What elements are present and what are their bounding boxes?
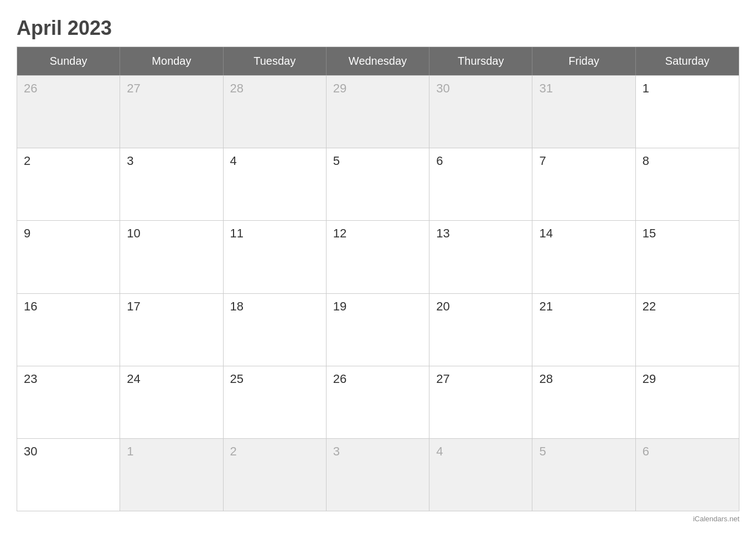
calendar-cell[interactable]: 29 xyxy=(327,76,429,148)
calendar-header: SundayMondayTuesdayWednesdayThursdayFrid… xyxy=(17,47,739,75)
day-number: 28 xyxy=(539,372,552,386)
calendar-cell[interactable]: 12 xyxy=(327,221,429,293)
day-number: 3 xyxy=(127,154,133,168)
calendar-cell[interactable]: 2 xyxy=(17,148,120,220)
calendar-cell[interactable]: 30 xyxy=(429,76,532,148)
header-day-sunday: Sunday xyxy=(17,47,120,75)
day-number: 4 xyxy=(436,444,443,458)
day-number: 27 xyxy=(436,372,449,386)
day-number: 10 xyxy=(127,226,140,240)
calendar-cell[interactable]: 28 xyxy=(532,366,635,438)
calendar-cell[interactable]: 3 xyxy=(120,148,223,220)
day-number: 9 xyxy=(24,226,30,240)
calendar-cell[interactable]: 3 xyxy=(327,439,429,511)
day-number: 19 xyxy=(333,299,346,313)
week-row-4: 16171819202122 xyxy=(17,293,739,366)
calendar-cell[interactable]: 25 xyxy=(224,366,327,438)
calendar-cell[interactable]: 6 xyxy=(429,148,532,220)
day-number: 17 xyxy=(127,299,140,313)
day-number: 14 xyxy=(539,226,552,240)
calendar-cell[interactable]: 14 xyxy=(532,221,635,293)
day-number: 2 xyxy=(24,154,30,168)
day-number: 26 xyxy=(333,372,346,386)
calendar-cell[interactable]: 1 xyxy=(120,439,223,511)
day-number: 15 xyxy=(643,226,656,240)
calendar-cell[interactable]: 5 xyxy=(532,439,635,511)
day-number: 4 xyxy=(230,154,237,168)
calendar-cell[interactable]: 17 xyxy=(120,294,223,366)
calendar-cell[interactable]: 20 xyxy=(429,294,532,366)
calendar-cell[interactable]: 2 xyxy=(224,439,327,511)
day-number: 5 xyxy=(539,444,546,458)
calendar-cell[interactable]: 6 xyxy=(636,439,739,511)
day-number: 11 xyxy=(230,226,244,240)
day-number: 3 xyxy=(333,444,340,458)
calendar-cell[interactable]: 11 xyxy=(224,221,327,293)
calendar-body: 2627282930311234567891011121314151617181… xyxy=(17,75,739,511)
calendar-cell[interactable]: 19 xyxy=(327,294,429,366)
calendar-cell[interactable]: 1 xyxy=(636,76,739,148)
calendar-cell[interactable]: 4 xyxy=(429,439,532,511)
day-number: 22 xyxy=(643,299,656,313)
calendar-cell[interactable]: 31 xyxy=(532,76,635,148)
footer: iCalendars.net xyxy=(17,511,739,523)
calendar-cell[interactable]: 15 xyxy=(636,221,739,293)
calendar-cell[interactable]: 9 xyxy=(17,221,120,293)
week-row-1: 2627282930311 xyxy=(17,75,739,148)
calendar-cell[interactable]: 8 xyxy=(636,148,739,220)
calendar-cell[interactable]: 27 xyxy=(120,76,223,148)
day-number: 6 xyxy=(643,444,649,458)
day-number: 21 xyxy=(539,299,552,313)
header-day-tuesday: Tuesday xyxy=(224,47,327,75)
day-number: 25 xyxy=(230,372,244,386)
calendar-cell[interactable]: 26 xyxy=(327,366,429,438)
day-number: 29 xyxy=(333,81,346,95)
calendar-cell[interactable]: 10 xyxy=(120,221,223,293)
day-number: 13 xyxy=(436,226,449,240)
day-number: 1 xyxy=(643,81,649,95)
day-number: 31 xyxy=(539,81,552,95)
day-number: 26 xyxy=(24,81,37,95)
day-number: 5 xyxy=(333,154,340,168)
calendar-cell[interactable]: 4 xyxy=(224,148,327,220)
day-number: 7 xyxy=(539,154,546,168)
day-number: 29 xyxy=(643,372,656,386)
calendar-cell[interactable]: 23 xyxy=(17,366,120,438)
header-day-thursday: Thursday xyxy=(429,47,532,75)
header-day-friday: Friday xyxy=(532,47,635,75)
calendar-cell[interactable]: 27 xyxy=(429,366,532,438)
calendar-cell[interactable]: 29 xyxy=(636,366,739,438)
day-number: 30 xyxy=(24,444,37,458)
day-number: 27 xyxy=(127,81,140,95)
calendar-cell[interactable]: 18 xyxy=(224,294,327,366)
calendar: SundayMondayTuesdayWednesdayThursdayFrid… xyxy=(17,46,739,511)
calendar-cell[interactable]: 7 xyxy=(532,148,635,220)
calendar-cell[interactable]: 24 xyxy=(120,366,223,438)
day-number: 20 xyxy=(436,299,449,313)
day-number: 6 xyxy=(436,154,443,168)
header-day-monday: Monday xyxy=(120,47,223,75)
day-number: 8 xyxy=(643,154,649,168)
calendar-cell[interactable]: 26 xyxy=(17,76,120,148)
day-number: 18 xyxy=(230,299,244,313)
day-number: 1 xyxy=(127,444,133,458)
calendar-cell[interactable]: 22 xyxy=(636,294,739,366)
week-row-5: 23242526272829 xyxy=(17,366,739,438)
calendar-cell[interactable]: 13 xyxy=(429,221,532,293)
header-day-saturday: Saturday xyxy=(636,47,739,75)
calendar-cell[interactable]: 30 xyxy=(17,439,120,511)
day-number: 16 xyxy=(24,299,37,313)
calendar-cell[interactable]: 28 xyxy=(224,76,327,148)
day-number: 28 xyxy=(230,81,244,95)
day-number: 12 xyxy=(333,226,346,240)
week-row-2: 2345678 xyxy=(17,148,739,220)
calendar-cell[interactable]: 21 xyxy=(532,294,635,366)
calendar-cell[interactable]: 16 xyxy=(17,294,120,366)
day-number: 2 xyxy=(230,444,237,458)
day-number: 24 xyxy=(127,372,140,386)
week-row-6: 30123456 xyxy=(17,438,739,511)
day-number: 30 xyxy=(436,81,449,95)
calendar-cell[interactable]: 5 xyxy=(327,148,429,220)
week-row-3: 9101112131415 xyxy=(17,220,739,293)
page-title: April 2023 xyxy=(17,17,739,40)
